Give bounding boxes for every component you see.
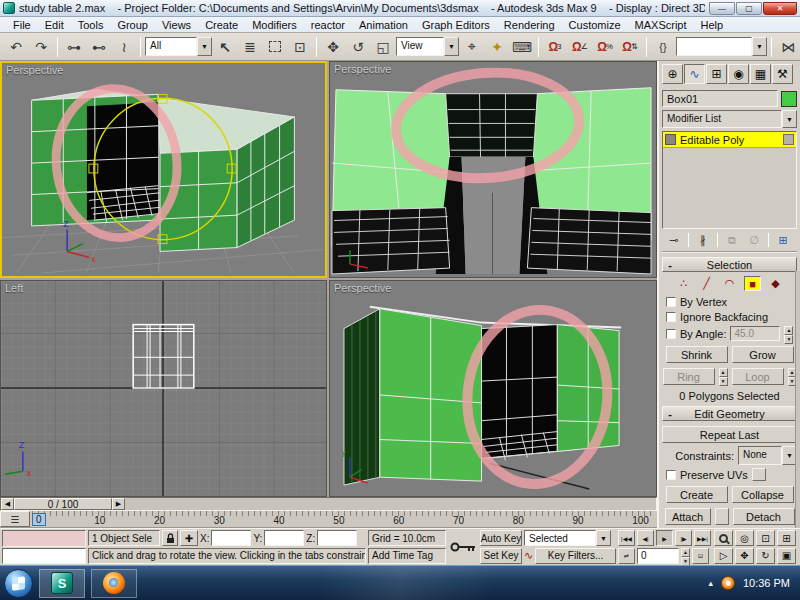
close-button[interactable]: ✕: [763, 2, 797, 15]
mini-curve-editor-icon[interactable]: ☰: [0, 511, 30, 527]
select-manipulate-icon[interactable]: ✦: [485, 35, 509, 59]
select-rotate-icon[interactable]: ↺: [346, 35, 370, 59]
frame-spinner[interactable]: ▲▼: [681, 548, 690, 563]
modifier-stack[interactable]: Editable Poly: [662, 131, 797, 229]
stack-item-editable-poly[interactable]: Editable Poly: [663, 132, 796, 148]
undo-icon[interactable]: ↶: [4, 35, 28, 59]
collapse-button[interactable]: Collapse: [732, 486, 794, 503]
menu-customize[interactable]: Customize: [562, 19, 628, 31]
zoom-all-icon[interactable]: ◎: [735, 530, 754, 546]
zoom-icon[interactable]: [714, 530, 733, 546]
previous-frame-icon[interactable]: ◀|: [637, 530, 654, 546]
by-angle-checkbox[interactable]: [666, 329, 676, 339]
time-slider-track[interactable]: [125, 498, 656, 510]
add-time-tag[interactable]: Add Time Tag: [368, 548, 446, 564]
select-by-name-icon[interactable]: ≣: [238, 35, 262, 59]
time-configuration-icon[interactable]: ⊡: [692, 548, 709, 564]
menu-tools[interactable]: Tools: [71, 19, 111, 31]
vertex-mode-icon[interactable]: ∴: [675, 276, 692, 291]
menu-modifiers[interactable]: Modifiers: [245, 19, 304, 31]
viewport-label[interactable]: Perspective: [334, 282, 391, 294]
select-scale-icon[interactable]: ◱: [371, 35, 395, 59]
current-frame-indicator[interactable]: 0: [32, 513, 46, 526]
go-to-start-icon[interactable]: |◀◀: [618, 530, 635, 546]
modifier-toggle-icon[interactable]: [665, 134, 676, 145]
previous-frame-arrow-icon[interactable]: ◀: [1, 498, 14, 510]
x-coordinate-field[interactable]: [211, 530, 251, 546]
menu-animation[interactable]: Animation: [352, 19, 415, 31]
chevron-down-icon[interactable]: ▼: [444, 37, 459, 56]
tab-hierarchy-icon[interactable]: ⊞: [706, 64, 727, 84]
key-filters-button[interactable]: Key Filters...: [535, 548, 616, 564]
ignore-backfacing-checkbox[interactable]: [666, 312, 676, 322]
listener-script-row[interactable]: [2, 548, 86, 565]
key-mode-toggle-icon[interactable]: ⇄: [618, 548, 635, 564]
percent-snap-icon[interactable]: Ω%: [593, 35, 617, 59]
menu-views[interactable]: Views: [155, 19, 198, 31]
redo-icon[interactable]: ↷: [29, 35, 53, 59]
z-coordinate-field[interactable]: [317, 530, 357, 546]
bind-to-spacewarp-icon[interactable]: ≀: [112, 35, 136, 59]
edit-geometry-rollout-header[interactable]: - Edit Geometry: [662, 406, 797, 421]
create-button[interactable]: Create: [666, 486, 728, 503]
select-and-link-icon[interactable]: ⊶: [62, 35, 86, 59]
selection-filter-dropdown[interactable]: All ▼: [145, 37, 212, 56]
chevron-down-icon[interactable]: ▼: [752, 37, 767, 56]
maxscript-mini-listener[interactable]: [2, 530, 86, 564]
by-vertex-checkbox[interactable]: [666, 297, 676, 307]
go-to-end-icon[interactable]: ▶▶|: [694, 530, 711, 546]
minimize-button[interactable]: —: [709, 2, 735, 15]
chevron-down-icon[interactable]: ▼: [596, 530, 611, 546]
min-max-toggle-icon[interactable]: ▣: [777, 548, 796, 564]
named-selection-dropdown[interactable]: ▼: [676, 37, 767, 56]
menu-maxscript[interactable]: MAXScript: [628, 19, 694, 31]
menu-rendering[interactable]: Rendering: [497, 19, 562, 31]
tray-app-icon[interactable]: [721, 576, 735, 590]
default-in-out-tangent-icon[interactable]: ∿: [524, 549, 533, 562]
select-object-icon[interactable]: ↖: [213, 35, 237, 59]
rect-selection-region-icon[interactable]: [263, 35, 287, 59]
polygon-mode-icon[interactable]: ■: [744, 276, 761, 291]
menu-reactor[interactable]: reactor: [304, 19, 352, 31]
viewport-label[interactable]: Perspective: [334, 63, 391, 75]
tab-utilities-icon[interactable]: ⚒: [772, 64, 793, 84]
angle-snap-icon[interactable]: Ω∠: [568, 35, 592, 59]
repeat-last-button[interactable]: Repeat Last: [662, 426, 797, 443]
play-animation-icon[interactable]: ▶: [656, 530, 673, 546]
shrink-button[interactable]: Shrink: [666, 346, 728, 363]
remove-modifier-icon[interactable]: ∅: [744, 232, 764, 248]
constraints-dropdown[interactable]: None ▼: [738, 446, 797, 465]
object-color-swatch[interactable]: [781, 91, 797, 107]
pin-stack-icon[interactable]: ⊸: [664, 232, 684, 248]
absolute-offset-toggle-icon[interactable]: ✚: [180, 530, 198, 546]
viewport-left[interactable]: Z x Left: [0, 280, 327, 497]
app-icon[interactable]: [3, 2, 15, 14]
start-button[interactable]: [4, 569, 33, 598]
attach-list-button[interactable]: [715, 508, 729, 525]
menu-group[interactable]: Group: [110, 19, 155, 31]
snaps-toggle-icon[interactable]: Ω3: [543, 35, 567, 59]
zoom-extents-all-icon[interactable]: ⊞: [777, 530, 796, 546]
next-frame-icon[interactable]: |▶: [675, 530, 692, 546]
show-hidden-icons-button[interactable]: ▴: [708, 578, 713, 588]
auto-key-button[interactable]: Auto Key: [480, 530, 522, 546]
use-pivot-center-icon[interactable]: ⌖: [460, 35, 484, 59]
current-frame-field[interactable]: 0: [637, 548, 679, 564]
set-keys-button[interactable]: [448, 530, 478, 564]
window-crossing-icon[interactable]: ⊡: [288, 35, 312, 59]
listener-macro-row[interactable]: [2, 530, 86, 547]
tab-display-icon[interactable]: ▦: [750, 64, 771, 84]
viewport-perspective-top-left[interactable]: Z x Perspective: [0, 61, 327, 278]
menu-edit[interactable]: Edit: [38, 19, 71, 31]
menu-graph-editors[interactable]: Graph Editors: [415, 19, 497, 31]
select-move-icon[interactable]: ✥: [321, 35, 345, 59]
edge-mode-icon[interactable]: ╱: [698, 276, 715, 291]
named-selection-sets-icon[interactable]: {}: [651, 35, 675, 59]
angle-spinner[interactable]: ▲▼: [784, 326, 793, 341]
next-frame-arrow-icon[interactable]: ▶: [112, 498, 125, 510]
ring-button[interactable]: Ring: [663, 368, 715, 385]
border-mode-icon[interactable]: ◠: [721, 276, 738, 291]
tab-create-icon[interactable]: ⊕: [662, 64, 683, 84]
menu-file[interactable]: File: [6, 19, 38, 31]
modifier-list-dropdown[interactable]: Modifier List ▼: [662, 110, 797, 128]
